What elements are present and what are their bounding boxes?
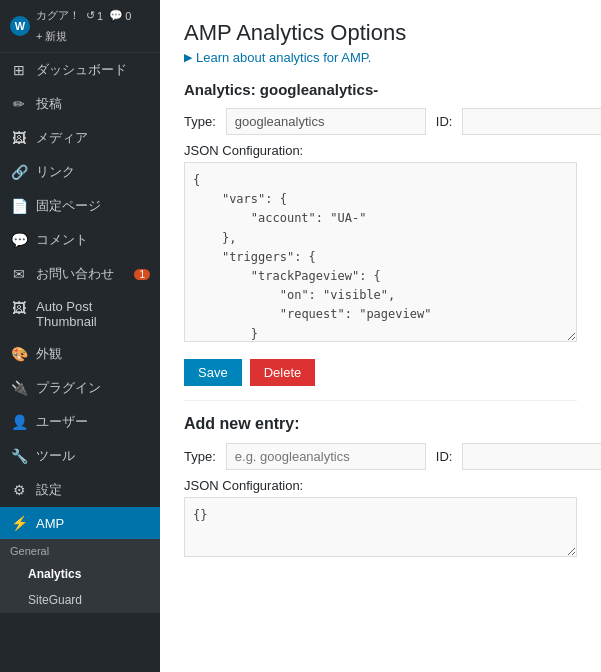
- type-label: Type:: [184, 114, 216, 129]
- auto-post-icon: 🖼: [10, 300, 28, 316]
- sidebar-item-auto-post[interactable]: 🖼 Auto Post Thumbnail: [0, 291, 160, 337]
- comments-icon: 💬: [10, 232, 28, 248]
- sidebar-item-label: メディア: [36, 129, 88, 147]
- add-new-title: Add new entry:: [184, 415, 577, 433]
- new-post-link[interactable]: + 新規: [36, 29, 67, 44]
- sidebar-item-label: ダッシュボード: [36, 61, 127, 79]
- sidebar-item-label: AMP: [36, 516, 64, 531]
- add-json-label: JSON Configuration:: [184, 478, 577, 493]
- sidebar-item-contact[interactable]: ✉ お問い合わせ 1: [0, 257, 160, 291]
- add-new-type-row: Type: ID:: [184, 443, 577, 470]
- submenu-item-analytics[interactable]: Analytics: [0, 561, 160, 587]
- action-buttons: Save Delete: [184, 359, 577, 386]
- plugins-icon: 🔌: [10, 380, 28, 396]
- tools-icon: 🔧: [10, 448, 28, 464]
- page-title: AMP Analytics Options: [184, 20, 577, 46]
- submenu-section-label: General: [0, 539, 160, 561]
- sidebar-item-label: ツール: [36, 447, 75, 465]
- sidebar: W カグア！ ↺ 1 💬 0 + 新規 ⊞ ダッシュボード ✏ 投稿 🖼 メディ…: [0, 0, 160, 672]
- contact-icon: ✉: [10, 266, 28, 282]
- sidebar-item-label: コメント: [36, 231, 88, 249]
- delete-button[interactable]: Delete: [250, 359, 316, 386]
- contact-badge: 1: [134, 269, 150, 280]
- add-type-input[interactable]: [226, 443, 426, 470]
- json-config-label: JSON Configuration:: [184, 143, 577, 158]
- add-type-label: Type:: [184, 449, 216, 464]
- sidebar-item-label: お問い合わせ: [36, 265, 114, 283]
- sidebar-item-pages[interactable]: 📄 固定ページ: [0, 189, 160, 223]
- main-content: AMP Analytics Options ▶ Learn about anal…: [160, 0, 601, 672]
- sidebar-item-posts[interactable]: ✏ 投稿: [0, 87, 160, 121]
- id-label: ID:: [436, 114, 453, 129]
- sidebar-item-label: 外観: [36, 345, 62, 363]
- sidebar-item-appearance[interactable]: 🎨 外観: [0, 337, 160, 371]
- amp-icon: ⚡: [10, 515, 28, 531]
- arrow-icon: ▶: [184, 51, 192, 64]
- divider: [184, 400, 577, 401]
- pages-icon: 📄: [10, 198, 28, 214]
- sidebar-item-users[interactable]: 👤 ユーザー: [0, 405, 160, 439]
- sidebar-item-settings[interactable]: ⚙ 設定: [0, 473, 160, 507]
- comment-count[interactable]: 💬 0: [109, 9, 131, 22]
- admin-bar: W カグア！ ↺ 1 💬 0 + 新規: [0, 0, 160, 53]
- links-icon: 🔗: [10, 164, 28, 180]
- users-icon: 👤: [10, 414, 28, 430]
- settings-icon: ⚙: [10, 482, 28, 498]
- amp-submenu: General Analytics SiteGuard: [0, 539, 160, 613]
- sidebar-item-tools[interactable]: 🔧 ツール: [0, 439, 160, 473]
- update-count[interactable]: ↺ 1: [86, 9, 103, 22]
- sidebar-item-label: ユーザー: [36, 413, 88, 431]
- save-button[interactable]: Save: [184, 359, 242, 386]
- sidebar-item-label: 投稿: [36, 95, 62, 113]
- add-id-input[interactable]: [462, 443, 601, 470]
- sidebar-item-label: Auto Post Thumbnail: [36, 299, 97, 329]
- sidebar-item-label: プラグイン: [36, 379, 101, 397]
- sidebar-item-label: リンク: [36, 163, 75, 181]
- json-config-textarea[interactable]: { "vars": { "account": "UA-" }, "trigger…: [184, 162, 577, 342]
- existing-entry-title: Analytics: googleanalytics-: [184, 81, 577, 98]
- appearance-icon: 🎨: [10, 346, 28, 362]
- sidebar-item-plugins[interactable]: 🔌 プラグイン: [0, 371, 160, 405]
- learn-link-text: Learn about analytics for AMP.: [196, 50, 371, 65]
- sidebar-item-amp[interactable]: ⚡ AMP: [0, 507, 160, 539]
- wp-logo: W: [10, 16, 30, 36]
- sidebar-item-media[interactable]: 🖼 メディア: [0, 121, 160, 155]
- dashboard-icon: ⊞: [10, 62, 28, 78]
- sidebar-item-links[interactable]: 🔗 リンク: [0, 155, 160, 189]
- sidebar-item-label: 設定: [36, 481, 62, 499]
- sidebar-item-comments[interactable]: 💬 コメント: [0, 223, 160, 257]
- sidebar-item-dashboard[interactable]: ⊞ ダッシュボード: [0, 53, 160, 87]
- type-field-row: Type: ID:: [184, 108, 577, 135]
- learn-link[interactable]: ▶ Learn about analytics for AMP.: [184, 50, 577, 65]
- header-items: カグア！ ↺ 1 💬 0 + 新規: [36, 8, 150, 44]
- id-input[interactable]: [462, 108, 601, 135]
- sidebar-menu: ⊞ ダッシュボード ✏ 投稿 🖼 メディア 🔗 リンク 📄 固定ページ 💬 コメ…: [0, 53, 160, 672]
- submenu-item-siteguard[interactable]: SiteGuard: [0, 587, 160, 613]
- posts-icon: ✏: [10, 96, 28, 112]
- site-name[interactable]: カグア！: [36, 8, 80, 23]
- media-icon: 🖼: [10, 130, 28, 146]
- add-id-label: ID:: [436, 449, 453, 464]
- type-input[interactable]: [226, 108, 426, 135]
- sidebar-item-label: 固定ページ: [36, 197, 101, 215]
- main-inner: AMP Analytics Options ▶ Learn about anal…: [160, 0, 601, 672]
- add-json-textarea[interactable]: {}: [184, 497, 577, 557]
